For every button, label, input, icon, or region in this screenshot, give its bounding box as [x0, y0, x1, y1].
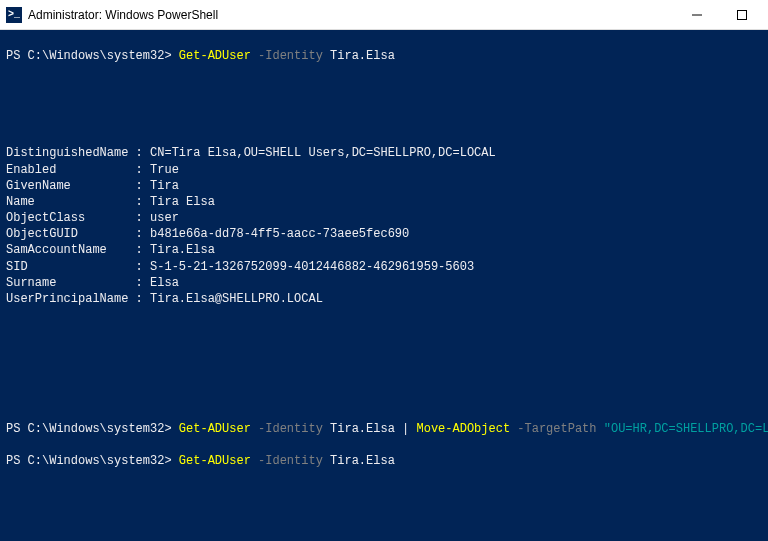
argument: Tira.Elsa [330, 422, 395, 436]
parameter: -TargetPath [517, 422, 596, 436]
output-row: SamAccountName : Tira.Elsa [6, 242, 762, 258]
minimize-icon [692, 10, 702, 20]
window-title: Administrator: Windows PowerShell [28, 8, 674, 22]
separator: : [128, 211, 150, 225]
property-name: Enabled [6, 163, 128, 177]
property-value: Tira.Elsa [150, 243, 215, 257]
prompt: PS C:\Windows\system32> [6, 49, 179, 63]
argument: Tira.Elsa [330, 49, 395, 63]
blank-line [6, 81, 762, 97]
property-value: Tira.Elsa@SHELLPRO.LOCAL [150, 292, 323, 306]
property-name: SID [6, 260, 128, 274]
separator: : [128, 243, 150, 257]
property-name: GivenName [6, 179, 128, 193]
parameter: -Identity [258, 49, 323, 63]
property-value: CN=Tira Elsa,OU=SHELL Users,DC=SHELLPRO,… [150, 146, 496, 160]
blank-line [6, 485, 762, 501]
output-row: UserPrincipalName : Tira.Elsa@SHELLPRO.L… [6, 291, 762, 307]
property-value: Tira [150, 179, 179, 193]
prompt: PS C:\Windows\system32> [6, 454, 179, 468]
property-name: Surname [6, 276, 128, 290]
blank-line [6, 113, 762, 129]
powershell-icon: >_ [6, 7, 22, 23]
cmdlet: Get-ADUser [179, 454, 251, 468]
window-titlebar: >_ Administrator: Windows PowerShell [0, 0, 768, 30]
property-name: Name [6, 195, 128, 209]
output-row: SID : S-1-5-21-1326752099-4012446882-462… [6, 259, 762, 275]
parameter: -Identity [258, 422, 323, 436]
string-argument: "OU=HR,DC=SHELLPRO,DC=LOCAL" [604, 422, 768, 436]
prompt: PS C:\Windows\system32> [6, 422, 179, 436]
command-line-3: PS C:\Windows\system32> Get-ADUser -Iden… [6, 453, 762, 469]
property-value: Elsa [150, 276, 179, 290]
output-row: ObjectClass : user [6, 210, 762, 226]
property-value: S-1-5-21-1326752099-4012446882-462961959… [150, 260, 474, 274]
command-line-2: PS C:\Windows\system32> Get-ADUser -Iden… [6, 421, 762, 437]
window-controls [674, 1, 764, 29]
separator: : [128, 260, 150, 274]
property-name: UserPrincipalName [6, 292, 128, 306]
svg-rect-1 [737, 10, 746, 19]
separator: : [128, 146, 150, 160]
cmdlet: Get-ADUser [179, 422, 251, 436]
output-row: ObjectGUID : b481e66a-dd78-4ff5-aacc-73a… [6, 226, 762, 242]
property-name: ObjectClass [6, 211, 128, 225]
property-value: user [150, 211, 179, 225]
separator: : [128, 195, 150, 209]
terminal-body[interactable]: PS C:\Windows\system32> Get-ADUser -Iden… [0, 30, 768, 541]
separator: : [128, 292, 150, 306]
cmdlet: Move-ADObject [416, 422, 510, 436]
blank-line [6, 518, 762, 534]
output-row: Surname : Elsa [6, 275, 762, 291]
separator: : [128, 276, 150, 290]
minimize-button[interactable] [674, 1, 719, 29]
separator: : [128, 179, 150, 193]
property-name: ObjectGUID [6, 227, 128, 241]
output-row: Enabled : True [6, 162, 762, 178]
maximize-icon [737, 10, 747, 20]
output-row: DistinguishedName : CN=Tira Elsa,OU=SHEL… [6, 145, 762, 161]
cmdlet: Get-ADUser [179, 49, 251, 63]
separator: : [128, 227, 150, 241]
argument: Tira.Elsa [330, 454, 395, 468]
output-row: Name : Tira Elsa [6, 194, 762, 210]
blank-line [6, 323, 762, 339]
property-name: DistinguishedName [6, 146, 128, 160]
property-value: True [150, 163, 179, 177]
property-value: b481e66a-dd78-4ff5-aacc-73aee5fec690 [150, 227, 409, 241]
parameter: -Identity [258, 454, 323, 468]
pipe-operator: | [395, 422, 417, 436]
blank-line [6, 356, 762, 372]
output-row: GivenName : Tira [6, 178, 762, 194]
command-line-1: PS C:\Windows\system32> Get-ADUser -Iden… [6, 48, 762, 64]
blank-line [6, 388, 762, 404]
output-block-1: DistinguishedName : CN=Tira Elsa,OU=SHEL… [6, 145, 762, 307]
property-value: Tira Elsa [150, 195, 215, 209]
separator: : [128, 163, 150, 177]
maximize-button[interactable] [719, 1, 764, 29]
property-name: SamAccountName [6, 243, 128, 257]
